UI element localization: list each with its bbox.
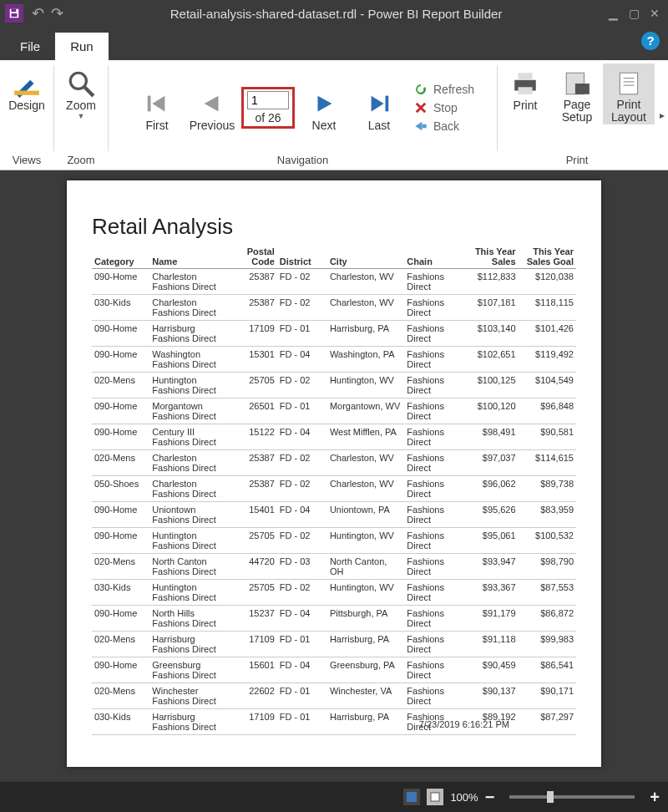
table-cell: Washington, PA bbox=[327, 347, 404, 373]
table-cell: Morgantown Fashions Direct bbox=[149, 398, 236, 424]
table-cell: FD - 04 bbox=[277, 606, 327, 632]
svg-marker-7 bbox=[152, 96, 164, 112]
undo-button[interactable]: ↶ bbox=[32, 4, 44, 23]
last-button[interactable]: Last bbox=[353, 84, 405, 132]
menu-run[interactable]: Run bbox=[55, 33, 109, 60]
table-cell: 020-Mens bbox=[92, 373, 149, 398]
view-printlayout-button[interactable] bbox=[427, 789, 443, 805]
svg-point-4 bbox=[70, 73, 86, 89]
stop-button[interactable]: Stop bbox=[413, 99, 474, 117]
table-cell: Charleston Fashions Direct bbox=[149, 295, 236, 321]
table-cell: $95,626 bbox=[460, 502, 518, 528]
table-cell: FD - 02 bbox=[277, 269, 327, 295]
print-layout-label: Print Layout bbox=[603, 99, 655, 124]
table-cell: 020-Mens bbox=[92, 450, 149, 476]
table-cell: Harrisburg Fashions Direct bbox=[149, 709, 236, 735]
table-cell: FD - 02 bbox=[277, 528, 327, 554]
table-cell: Charleston, WV bbox=[327, 450, 404, 476]
help-button[interactable]: ? bbox=[641, 32, 660, 50]
zoom-out-button[interactable]: − bbox=[485, 788, 495, 807]
maximize-button[interactable]: ▢ bbox=[629, 7, 640, 20]
table-cell: FD - 04 bbox=[277, 657, 327, 683]
table-cell: Fashions Direct bbox=[404, 606, 460, 632]
zoom-slider-thumb[interactable] bbox=[547, 791, 554, 803]
menu-bar: File Run ? bbox=[0, 27, 668, 60]
table-cell: 25387 bbox=[236, 476, 277, 502]
table-cell: Charleston Fashions Direct bbox=[149, 450, 236, 476]
table-cell: 090-Home bbox=[92, 606, 149, 632]
redo-button[interactable]: ↷ bbox=[51, 4, 63, 23]
table-cell: Pittsburgh, PA bbox=[327, 606, 404, 632]
table-row: 020-MensHuntington Fashions Direct25705F… bbox=[92, 373, 576, 398]
ribbon-expander[interactable]: ▸ bbox=[656, 60, 668, 170]
zoom-slider[interactable] bbox=[509, 795, 635, 799]
table-row: 090-HomeMorgantown Fashions Direct26501F… bbox=[92, 398, 576, 424]
svg-rect-2 bbox=[12, 13, 18, 17]
table-cell: $107,181 bbox=[460, 295, 518, 321]
table-cell: FD - 01 bbox=[277, 632, 327, 657]
table-cell: Huntington, WV bbox=[327, 580, 404, 606]
table-cell: $114,615 bbox=[519, 450, 576, 476]
table-cell: Fashions Direct bbox=[404, 502, 460, 528]
column-header: City bbox=[327, 245, 404, 269]
print-layout-button[interactable]: Print Layout bbox=[603, 63, 655, 124]
table-row: 030-KidsHuntington Fashions Direct25705F… bbox=[92, 580, 576, 606]
page-setup-button[interactable]: Page Setup bbox=[551, 63, 603, 124]
table-cell: $102,651 bbox=[460, 347, 518, 373]
page-number-input[interactable] bbox=[247, 91, 289, 109]
print-button[interactable]: Print bbox=[499, 63, 551, 112]
menu-file[interactable]: File bbox=[5, 33, 55, 60]
design-icon bbox=[13, 69, 41, 98]
table-cell: West Mifflen, PA bbox=[327, 424, 404, 450]
last-icon bbox=[367, 91, 392, 116]
first-label: First bbox=[145, 119, 168, 132]
stop-label: Stop bbox=[433, 101, 458, 114]
table-cell: Century III Fashions Direct bbox=[149, 424, 236, 450]
save-button[interactable] bbox=[5, 4, 23, 23]
title-bar: ↶ ↷ Retail-analysis-shared-dataset.rdl -… bbox=[0, 0, 668, 27]
zoom-in-button[interactable]: + bbox=[650, 788, 660, 807]
report-table: CategoryNamePostalCodeDistrictCityChainT… bbox=[92, 245, 576, 735]
print-group-label: Print bbox=[498, 152, 656, 168]
table-cell: Huntington Fashions Direct bbox=[149, 580, 236, 606]
zoom-level: 100% bbox=[450, 791, 478, 804]
table-cell: Fashions Direct bbox=[404, 450, 460, 476]
table-cell: FD - 01 bbox=[277, 683, 327, 709]
svg-rect-11 bbox=[385, 96, 388, 112]
previous-button[interactable]: Previous bbox=[186, 84, 238, 132]
back-button[interactable]: Back bbox=[413, 117, 474, 135]
table-cell: Morgantown, WV bbox=[327, 398, 404, 424]
table-cell: Charleston Fashions Direct bbox=[149, 269, 236, 295]
design-button[interactable]: Design bbox=[1, 63, 53, 112]
table-cell: $104,549 bbox=[519, 373, 576, 398]
report-timestamp: 7/23/2019 6:16:21 PM bbox=[419, 719, 509, 729]
table-cell: 25387 bbox=[236, 450, 277, 476]
refresh-button[interactable]: Refresh bbox=[413, 80, 474, 99]
column-header: This YearSales bbox=[460, 245, 518, 269]
table-cell: 020-Mens bbox=[92, 554, 149, 580]
next-button[interactable]: Next bbox=[298, 84, 350, 132]
table-cell: Fashions Direct bbox=[404, 347, 460, 373]
minimize-button[interactable]: ▁ bbox=[609, 7, 618, 20]
table-row: 090-HomeHarrisburg Fashions Direct17109F… bbox=[92, 321, 576, 347]
table-cell: $87,553 bbox=[519, 580, 576, 606]
page-setup-icon bbox=[563, 69, 591, 98]
table-cell: FD - 02 bbox=[277, 580, 327, 606]
table-cell: $97,037 bbox=[460, 450, 518, 476]
dropdown-icon: ▼ bbox=[78, 112, 85, 120]
close-button[interactable]: ✕ bbox=[650, 7, 660, 20]
view-printlayout-icon bbox=[429, 791, 441, 803]
table-cell: 030-Kids bbox=[92, 580, 149, 606]
table-cell: 090-Home bbox=[92, 347, 149, 373]
print-layout-icon bbox=[615, 69, 643, 98]
table-row: 090-HomeWashington Fashions Direct15301F… bbox=[92, 347, 576, 373]
table-cell: $98,790 bbox=[519, 554, 576, 580]
table-row: 090-HomeUniontown Fashions Direct15401FD… bbox=[92, 502, 576, 528]
first-button[interactable]: First bbox=[131, 84, 183, 132]
svg-marker-8 bbox=[205, 96, 219, 112]
view-normal-button[interactable] bbox=[403, 789, 420, 805]
table-cell: FD - 02 bbox=[277, 476, 327, 502]
table-row: 090-HomeHuntington Fashions Direct25705F… bbox=[92, 528, 576, 554]
svg-rect-15 bbox=[422, 124, 426, 129]
zoom-button[interactable]: Zoom ▼ bbox=[55, 63, 107, 120]
